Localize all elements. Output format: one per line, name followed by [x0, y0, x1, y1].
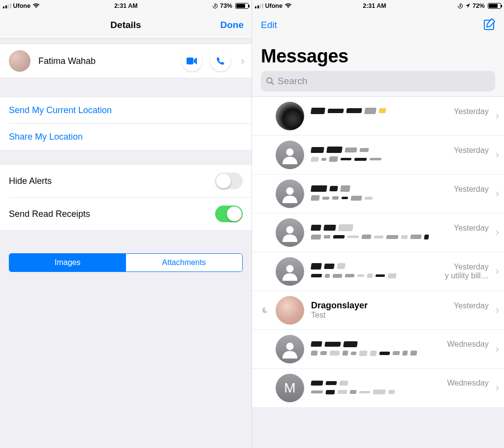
messages-screen: Ufone 2:31 AM 72% Edit Messages Search Y…	[252, 0, 504, 448]
navbar-messages: Edit	[252, 11, 504, 39]
chevron-right-icon: ›	[496, 382, 499, 394]
conversation-preview: y utility bill…	[311, 271, 489, 281]
chevron-right-icon: ›	[496, 343, 499, 356]
conversation-row[interactable]: Wednesday›	[252, 329, 504, 368]
svg-point-7	[286, 187, 293, 195]
audio-call-button[interactable]	[210, 51, 231, 71]
segmented-control: Images Attachments	[9, 253, 243, 272]
carrier-label: Ufone	[265, 2, 283, 9]
segment-attachments[interactable]: Attachments	[126, 254, 243, 271]
conversation-row[interactable]: Yesterday›	[252, 97, 504, 135]
conversation-time: Wednesday	[447, 379, 488, 388]
compose-button[interactable]	[483, 18, 496, 32]
svg-point-6	[286, 149, 293, 156]
contact-name: Fatima Wahab	[38, 56, 174, 66]
conversation-time: Yesterday	[454, 263, 489, 271]
conversation-name: Dragonslayer	[311, 300, 368, 311]
chevron-right-icon: ›	[496, 304, 499, 317]
location-icon	[465, 3, 471, 8]
battery-icon	[488, 3, 501, 9]
search-input[interactable]: Search	[261, 71, 495, 91]
share-my-location-button[interactable]: Share My Location	[0, 124, 252, 150]
chevron-right-icon: ›	[496, 226, 499, 239]
chevron-right-icon: ›	[496, 187, 499, 200]
conversation-time: Wednesday	[447, 340, 488, 349]
read-receipts-row: Send Read Receipts	[0, 198, 252, 230]
signal-icon	[3, 3, 11, 8]
contact-row[interactable]: Fatima Wahab ›	[0, 44, 252, 78]
carrier-label: Ufone	[13, 2, 31, 9]
hide-alerts-row: Hide Alerts	[0, 165, 252, 197]
page-title: Messages	[261, 39, 495, 71]
statusbar-left: Ufone 2:31 AM 73%	[0, 0, 252, 11]
send-current-location-button[interactable]: Send My Current Location	[0, 97, 252, 123]
read-receipts-toggle[interactable]	[215, 206, 243, 222]
conversation-name	[311, 223, 353, 232]
conversation-preview: Test	[311, 311, 489, 321]
hide-alerts-label: Hide Alerts	[9, 176, 52, 186]
svg-point-10	[286, 343, 293, 350]
navbar-details: Details Done	[0, 11, 252, 39]
chevron-right-icon: ›	[239, 54, 247, 68]
clock: 2:31 AM	[363, 2, 386, 9]
conversation-row[interactable]: Wednesday›	[252, 368, 504, 407]
svg-point-9	[286, 265, 293, 272]
svg-point-8	[286, 226, 293, 234]
navbar-title: Details	[110, 20, 141, 30]
battery-pct: 73%	[220, 2, 232, 9]
conversation-avatar	[276, 102, 304, 130]
svg-rect-2	[460, 5, 461, 7]
statusbar-right: Ufone 2:31 AM 72%	[252, 0, 504, 11]
video-call-button[interactable]	[182, 51, 202, 71]
conversation-avatar	[276, 335, 304, 363]
conversation-row[interactable]: Yesterday›	[252, 213, 504, 252]
hide-alerts-toggle[interactable]	[215, 173, 243, 189]
search-icon	[266, 77, 275, 86]
clock: 2:31 AM	[114, 2, 137, 9]
conversation-time: Yesterday	[454, 146, 489, 155]
wifi-icon	[284, 3, 292, 8]
conversation-preview	[311, 233, 489, 242]
conversation-preview	[311, 116, 489, 126]
conversation-avatar	[276, 374, 304, 402]
signal-icon	[255, 3, 263, 8]
edit-button[interactable]: Edit	[261, 20, 277, 30]
conversation-row[interactable]: DragonslayerYesterdayTest›	[252, 291, 504, 329]
dnd-indicator	[261, 307, 269, 314]
contact-avatar	[9, 50, 31, 72]
svg-line-5	[271, 82, 274, 85]
conversation-row[interactable]: Yesterday›	[252, 135, 504, 174]
conversation-time: Yesterday	[454, 107, 489, 116]
done-button[interactable]: Done	[220, 20, 244, 30]
chevron-right-icon: ›	[496, 110, 499, 122]
conversation-name	[311, 146, 369, 154]
orientation-lock-icon	[212, 3, 218, 9]
conversation-time: Yesterday	[454, 301, 489, 310]
conversation-avatar	[276, 296, 304, 325]
read-receipts-label: Send Read Receipts	[9, 209, 90, 219]
conversation-avatar	[276, 179, 304, 208]
svg-rect-1	[187, 58, 193, 64]
search-placeholder: Search	[278, 76, 307, 87]
conversation-row[interactable]: Yesterday›	[252, 174, 504, 213]
details-screen: Ufone 2:31 AM 73% Details Done Fatima Wa…	[0, 0, 252, 448]
battery-pct: 72%	[472, 2, 485, 9]
conversation-avatar	[276, 141, 304, 169]
segment-images[interactable]: Images	[9, 254, 126, 271]
wifi-icon	[32, 3, 40, 8]
conversation-time: Yesterday	[454, 185, 489, 194]
conversation-preview	[311, 194, 489, 204]
conversation-preview	[311, 349, 489, 358]
chevron-right-icon: ›	[496, 149, 499, 161]
conversation-list: Yesterday›Yesterday›Yesterday›Yesterday›…	[252, 97, 504, 407]
conversation-name	[311, 106, 386, 115]
conversation-name	[311, 379, 348, 388]
orientation-lock-icon	[457, 3, 463, 9]
conversation-time: Yesterday	[454, 224, 489, 233]
conversation-name	[311, 340, 357, 349]
conversation-avatar	[276, 218, 304, 247]
conversation-preview	[311, 388, 489, 397]
conversation-avatar	[276, 257, 304, 286]
conversation-row[interactable]: Yesterdayy utility bill…›	[252, 252, 504, 291]
chevron-right-icon: ›	[496, 265, 499, 278]
